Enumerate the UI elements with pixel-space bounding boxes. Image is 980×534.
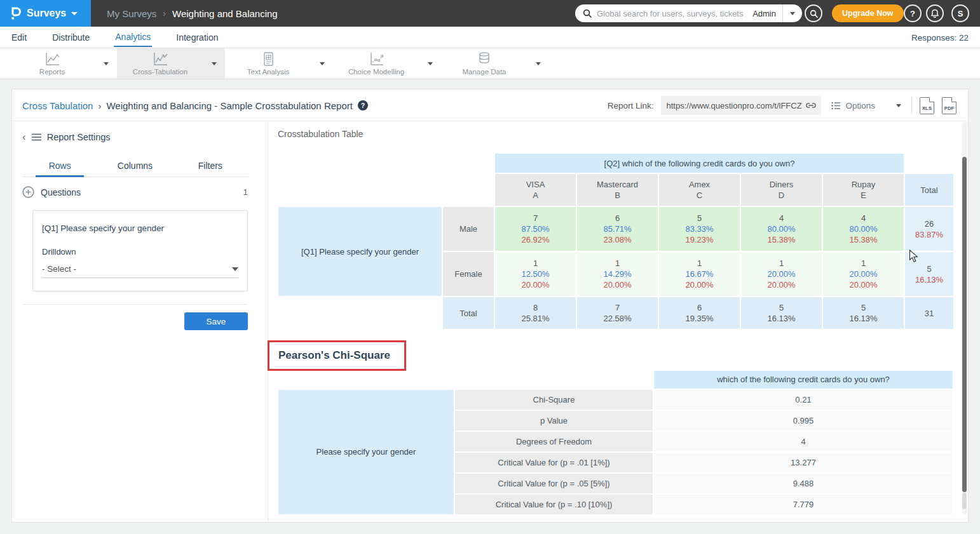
breadcrumb-my-surveys[interactable]: My Surveys <box>107 8 156 19</box>
options-button[interactable]: Options <box>829 101 904 110</box>
report-header: Cross Tabulation Weighting and Balancing… <box>12 90 968 121</box>
column-group-header: [Q2] which of the following credit cards… <box>495 154 904 173</box>
topbar-breadcrumb: My Surveys › Weighting and Balancing <box>107 0 278 27</box>
help-button[interactable]: ? <box>904 4 922 22</box>
toolbar-group-reports: Reports <box>9 48 117 79</box>
tab-analytics[interactable]: Analytics <box>114 27 152 47</box>
search-input[interactable] <box>597 9 746 18</box>
chi-square-table: which of the following credit cards do y… <box>278 371 953 514</box>
text-analysis-button[interactable]: Text Analysis <box>225 48 311 79</box>
analytics-toolbar: Reports Cross-Tabulation Text Analysis C… <box>0 48 980 79</box>
options-list-icon <box>831 102 841 110</box>
surveys-menu-button[interactable]: Surveys <box>0 0 91 27</box>
document-grid-icon <box>261 51 276 67</box>
report-title: Weighting and Balancing - Sample Crossta… <box>106 100 352 111</box>
report-card: Cross Tabulation Weighting and Balancing… <box>11 89 969 523</box>
cross-tabulation-link[interactable]: Cross Tabulation <box>22 100 93 111</box>
search-submit-button[interactable] <box>805 4 822 22</box>
tab-filters[interactable]: Filters <box>173 154 248 177</box>
search-scope-selector[interactable]: Admin <box>746 4 783 22</box>
tab-integration[interactable]: Integration <box>175 28 219 46</box>
drilldown-select[interactable]: - Select - <box>42 264 238 278</box>
notifications-button[interactable] <box>926 4 944 22</box>
reports-button[interactable]: Reports <box>9 48 95 79</box>
export-xls-button[interactable]: XLS <box>920 97 934 114</box>
cell-male-visa: 787.50%26.92% <box>495 207 576 251</box>
questions-row[interactable]: Questions 1 <box>22 186 248 198</box>
toolbar-group-text-analysis: Text Analysis <box>225 48 333 79</box>
scrollbar-thumb[interactable] <box>962 157 967 492</box>
tab-columns[interactable]: Columns <box>97 154 172 177</box>
collapse-panel-icon: ‹ <box>22 131 26 142</box>
chevron-down-icon <box>104 62 109 65</box>
link-icon <box>806 102 816 109</box>
search-scope-caret-button[interactable] <box>783 4 802 22</box>
tab-edit[interactable]: Edit <box>10 28 28 46</box>
cell-female-total: 516.13% <box>905 252 953 296</box>
line-chart-icon <box>44 51 60 67</box>
chevron-right-icon <box>98 100 101 111</box>
cell-male-total: 2683.87% <box>905 207 953 251</box>
report-settings-panel: ‹ Report Settings Rows Columns Filters Q… <box>12 121 268 523</box>
chi-label: Degrees of Freedom <box>455 432 653 451</box>
column-header-total: Total <box>905 174 953 206</box>
row-label-total: Total <box>443 297 494 329</box>
cell-female-mastercard: 114.29%20.00% <box>577 252 658 296</box>
cross-tabulation-dropdown-button[interactable] <box>203 48 225 79</box>
plus-circle-icon <box>22 186 34 198</box>
questionpro-logo-icon <box>9 5 22 22</box>
save-button[interactable]: Save <box>184 312 248 330</box>
chevron-down-icon <box>212 62 217 65</box>
avatar[interactable]: S <box>951 4 969 22</box>
chi-label: Critical Value for (p = .10 [10%]) <box>455 495 653 514</box>
cell-male-mastercard: 685.71%23.08% <box>577 207 658 251</box>
line-chart-icon <box>152 51 168 67</box>
cell-total-mastercard: 722.58% <box>577 297 658 329</box>
cell-total-diners: 516.13% <box>741 297 822 329</box>
tab-distribute[interactable]: Distribute <box>51 28 91 46</box>
report-url[interactable]: https://www.questionpro.com/t/lFFCZg <box>666 101 802 110</box>
questions-label: Questions <box>41 187 81 197</box>
report-breadcrumb: Cross Tabulation Weighting and Balancing… <box>22 90 368 121</box>
chi-column-header: which of the following credit cards do y… <box>654 371 953 389</box>
reports-dropdown-button[interactable] <box>95 48 117 79</box>
chi-value: 0.21 <box>654 390 953 410</box>
questions-count-badge: 1 <box>243 187 248 197</box>
global-search: Admin <box>575 4 802 22</box>
chi-label: Chi-Square <box>455 390 653 410</box>
footer-strip <box>0 523 980 534</box>
toolbar-group-cross-tabulation: Cross-Tabulation <box>117 48 225 79</box>
report-actions: Report Link: https://www.questionpro.com… <box>608 90 956 121</box>
breadcrumb-survey-name: Weighting and Balancing <box>172 8 278 19</box>
report-help-icon[interactable]: ? <box>358 100 368 110</box>
cell-male-amex: 583.33%19.23% <box>659 207 740 251</box>
drilldown-selected-value: - Select - <box>42 264 76 274</box>
export-pdf-button[interactable]: PDF <box>942 97 956 114</box>
toolbar-group-choice-modelling: Choice Modelling <box>333 48 441 79</box>
cell-male-diners: 480.00%15.38% <box>741 207 822 251</box>
chi-value: 7.779 <box>654 495 953 514</box>
report-url-box[interactable]: https://www.questionpro.com/t/lFFCZg <box>661 96 821 115</box>
report-settings-header[interactable]: ‹ Report Settings <box>22 131 111 142</box>
annotation-highlight-box: Pearson's Chi-Square <box>268 340 406 371</box>
cell-total-visa: 825.81% <box>495 297 576 329</box>
divider <box>911 97 912 114</box>
tab-rows[interactable]: Rows <box>22 154 97 177</box>
column-header-visa: VISAA <box>495 174 576 206</box>
product-name: Surveys <box>27 8 66 19</box>
manage-data-dropdown-button[interactable] <box>527 48 549 79</box>
selected-question: [Q1] Please specify your gender <box>42 224 238 233</box>
chevron-down-icon <box>71 12 78 15</box>
cell-female-diners: 120.00%20.00% <box>741 252 822 296</box>
cross-tabulation-button[interactable]: Cross-Tabulation <box>117 48 203 79</box>
manage-data-button[interactable]: Manage Data <box>441 48 527 79</box>
crosstab-section-title: Crosstabulation Table <box>278 129 363 139</box>
cell-female-amex: 116.67%20.00% <box>659 252 740 296</box>
upgrade-now-button[interactable]: Upgrade Now <box>832 4 904 22</box>
search-icon <box>583 9 592 18</box>
question-config-box: [Q1] Please specify your gender Drilldow… <box>32 210 248 291</box>
text-analysis-dropdown-button[interactable] <box>311 48 333 79</box>
choice-modelling-button[interactable]: Choice Modelling <box>333 48 419 79</box>
chevron-down-icon <box>232 267 238 271</box>
choice-modelling-dropdown-button[interactable] <box>419 48 441 79</box>
